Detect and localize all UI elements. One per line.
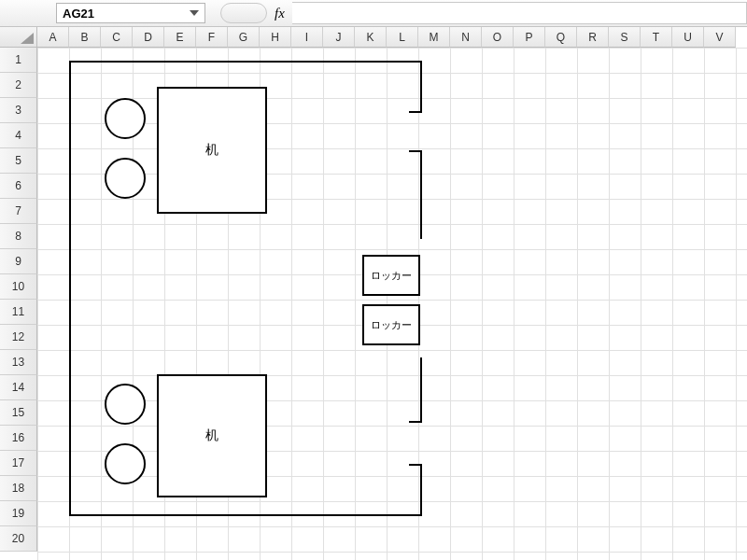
column-header[interactable]: G (228, 27, 260, 48)
desk-shape-1[interactable]: 机 (157, 87, 267, 214)
column-header[interactable]: E (164, 27, 196, 48)
fx-icon[interactable]: fx (275, 6, 285, 21)
column-header[interactable]: T (641, 27, 672, 48)
column-header[interactable]: B (69, 27, 101, 48)
insert-function-pill[interactable] (220, 3, 267, 23)
column-header[interactable]: A (37, 27, 69, 48)
column-header[interactable]: U (672, 27, 704, 48)
name-box-value: AG21 (63, 7, 94, 21)
row-header[interactable]: 15 (0, 400, 37, 426)
chair-shape-1[interactable] (105, 98, 146, 139)
door-cap-1a (409, 111, 422, 113)
column-header[interactable]: L (387, 27, 418, 48)
row-header[interactable]: 9 (0, 249, 37, 274)
row-header[interactable]: 7 (0, 199, 37, 224)
column-header[interactable]: O (482, 27, 514, 48)
column-header[interactable]: S (609, 27, 641, 48)
dropdown-caret-icon[interactable] (184, 10, 199, 16)
room-wall-right-seg4 (420, 464, 422, 516)
row-headers: 1234567891011121314151617181920 (0, 48, 37, 552)
column-header[interactable]: H (260, 27, 291, 48)
locker-shape-2[interactable]: ロッカー (362, 304, 420, 345)
row-header[interactable]: 11 (0, 300, 37, 325)
row-header[interactable]: 4 (0, 123, 37, 148)
column-header[interactable]: I (291, 27, 323, 48)
fx-group: fx (220, 3, 285, 23)
desk-1-label: 机 (159, 89, 265, 212)
row-header[interactable]: 20 (0, 526, 37, 552)
row-header[interactable]: 1 (0, 48, 37, 73)
row-header[interactable]: 2 (0, 73, 37, 98)
row-header[interactable]: 8 (0, 224, 37, 249)
row-header[interactable]: 18 (0, 476, 37, 501)
column-header[interactable]: Q (545, 27, 577, 48)
row-header[interactable]: 5 (0, 148, 37, 174)
column-header[interactable]: V (704, 27, 736, 48)
column-header[interactable]: R (577, 27, 609, 48)
worksheet: ABCDEFGHIJKLMNOPQRSTUV 12345678910111213… (0, 27, 747, 560)
column-header[interactable]: F (196, 27, 228, 48)
row-header[interactable]: 12 (0, 325, 37, 350)
column-header[interactable]: K (355, 27, 387, 48)
column-header[interactable]: P (514, 27, 545, 48)
formula-input[interactable] (292, 2, 747, 24)
row-header[interactable]: 14 (0, 375, 37, 400)
name-box[interactable]: AG21 (56, 3, 205, 23)
locker-shape-1[interactable]: ロッカー (362, 255, 420, 296)
row-header[interactable]: 19 (0, 501, 37, 526)
locker-2-label: ロッカー (364, 306, 418, 343)
chair-shape-4[interactable] (105, 443, 146, 484)
room-wall-right-seg2 (420, 150, 422, 239)
door-cap-1b (409, 150, 422, 152)
room-wall-bottom (69, 514, 422, 516)
column-headers: ABCDEFGHIJKLMNOPQRSTUV (37, 27, 736, 48)
room-wall-right-seg3 (420, 357, 422, 421)
row-header[interactable]: 6 (0, 174, 37, 199)
row-header[interactable]: 13 (0, 350, 37, 375)
desk-shape-2[interactable]: 机 (157, 374, 267, 497)
row-header[interactable]: 16 (0, 426, 37, 451)
formula-bar: AG21 fx (0, 0, 747, 27)
chair-shape-3[interactable] (105, 384, 146, 425)
door-cap-3b (409, 464, 422, 466)
row-header[interactable]: 3 (0, 98, 37, 123)
drawing-layer: 机 机 ロッカー ロッカー (37, 48, 747, 560)
cell-grid[interactable]: 机 机 ロッカー ロッカー (37, 48, 747, 560)
column-header[interactable]: N (450, 27, 482, 48)
select-all-corner[interactable] (0, 27, 37, 48)
column-header[interactable]: J (323, 27, 355, 48)
room-wall-right-seg1 (420, 61, 422, 111)
desk-2-label: 机 (159, 376, 265, 496)
room-wall-left (69, 61, 71, 516)
door-cap-3a (409, 421, 422, 423)
column-header[interactable]: M (418, 27, 450, 48)
locker-1-label: ロッカー (364, 257, 418, 294)
room-wall-top (69, 61, 422, 63)
chair-shape-2[interactable] (105, 158, 146, 199)
row-header[interactable]: 17 (0, 451, 37, 476)
column-header[interactable]: C (101, 27, 133, 48)
column-header[interactable]: D (133, 27, 164, 48)
row-header[interactable]: 10 (0, 274, 37, 300)
